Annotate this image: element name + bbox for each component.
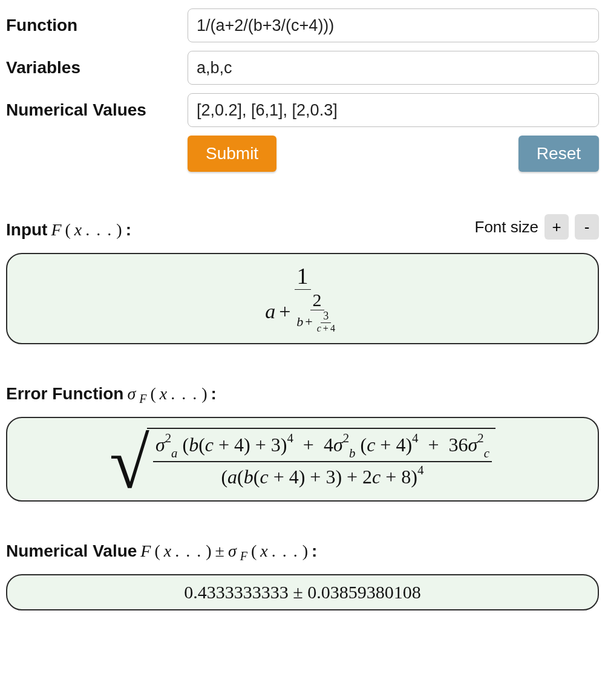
form-row-values: Numerical Values [6, 93, 599, 127]
num-close1: ) [206, 541, 211, 561]
f2-t2-sigma: σ [333, 434, 343, 456]
f2-t2-plus: + [380, 434, 391, 456]
f2-plusB: + [428, 434, 439, 456]
f2-t2-pow: 4 [412, 431, 418, 445]
error-prefix: Error Function [6, 384, 123, 404]
num-open2: ( [251, 541, 257, 561]
f2d-3: 3 [325, 466, 335, 488]
f2-t1-open: ( [183, 434, 189, 456]
num-sigma: σ [228, 541, 237, 561]
values-label: Numerical Values [6, 100, 188, 120]
error-x: x [160, 384, 167, 404]
form-row-function: Function [6, 8, 599, 42]
f2-t2-4: 4 [324, 434, 333, 456]
f2-t1-sigma: σ [155, 434, 165, 456]
f2d-close: ) [411, 466, 417, 488]
variables-input[interactable] [188, 51, 599, 85]
form-row-variables: Variables [6, 51, 599, 85]
f2-t2-sub: b [349, 446, 355, 460]
panel-numerical-value: 0.4333333333 ± 0.03859380108 [6, 574, 599, 610]
f2d-plus4: + [385, 466, 396, 488]
input-math-dots: . . . [85, 220, 113, 240]
variables-label: Variables [6, 58, 188, 77]
f2-t1-plus2: + [255, 434, 266, 456]
error-open: ( [150, 384, 155, 404]
f2d-pow: 4 [417, 463, 424, 477]
section-label-error: Error Function σF ( x . . . ) : [6, 384, 217, 404]
f2-t1-close: ) [281, 434, 287, 456]
num-pm: ± [215, 541, 224, 561]
error-close: ) [201, 384, 207, 404]
f2-t1-4: 4 [234, 434, 244, 456]
f2d-plus3: + [347, 466, 358, 488]
result-value: 0.4333333333 [184, 582, 289, 603]
f2-t1-plus: + [218, 434, 229, 456]
section-head-error: Error Function σF ( x . . . ) : [6, 384, 599, 404]
f2-t1-sub: a [171, 446, 177, 460]
f2-t2-c: c [367, 434, 375, 456]
function-input[interactable] [188, 8, 599, 42]
f2d-close2: ) [335, 466, 342, 488]
section-label-input: Input F ( x . . . ) : [6, 220, 131, 240]
f2-t1-close2: ) [244, 434, 250, 456]
values-input[interactable] [188, 93, 599, 127]
error-sub-F: F [139, 392, 146, 406]
submit-button[interactable]: Submit [188, 136, 276, 172]
error-colon: : [211, 384, 217, 404]
f1-c: c [317, 323, 321, 334]
f2d-c: c [260, 466, 268, 488]
f2-t1-b: b [189, 434, 198, 456]
function-label: Function [6, 16, 188, 35]
f1-a: a [265, 300, 275, 322]
input-prefix: Input [6, 220, 47, 240]
result-pm: ± [293, 582, 302, 603]
result-error: 0.03859380108 [307, 582, 421, 603]
num-sub-F: F [240, 549, 247, 563]
numerical-colon: : [312, 541, 317, 561]
f2-t1-open2: ( [198, 434, 205, 456]
num-x1: x [164, 541, 171, 561]
formula-error: √ σ2a (b(c + 4) + 3)4 + 4σ2b (c + 4)4 + … [110, 428, 495, 491]
button-row: Submit Reset [6, 136, 599, 172]
f2d-2: 2 [362, 466, 372, 488]
f1-num: 1 [295, 264, 311, 290]
f1-three: 3 [321, 310, 331, 323]
f2d-b: b [244, 466, 253, 488]
error-sigma: σ [127, 384, 136, 404]
input-colon: : [126, 220, 131, 240]
section-head-input: Input F ( x . . . ) : Font size + - [6, 214, 599, 240]
error-dots: . . . [171, 384, 198, 404]
f2d-plus2: + [310, 466, 321, 488]
f2-t1-3: 3 [271, 434, 281, 456]
f2-t3-36: 36 [449, 434, 468, 456]
panel-error-formula: √ σ2a (b(c + 4) + 3)4 + 4σ2b (c + 4)4 + … [6, 417, 599, 502]
f2-t1-c: c [205, 434, 214, 456]
section-head-numerical: Numerical Value F ( x . . . ) ± σF ( x .… [6, 541, 599, 561]
f1-four: 4 [330, 323, 335, 334]
f2-t2-fr4: 4 [396, 434, 405, 456]
font-size-plus-button[interactable]: + [544, 214, 569, 240]
reset-button[interactable]: Reset [518, 136, 599, 172]
form-area: Function Variables Numerical Values Subm… [6, 8, 599, 172]
f2-t2-close: ) [405, 434, 412, 456]
f2-plusA: + [303, 434, 314, 456]
f2-t2-open: ( [360, 434, 367, 456]
f2d-open: ( [221, 466, 227, 488]
f2d-plus1: + [273, 466, 284, 488]
f2d-close3: ) [299, 466, 306, 488]
section-label-numerical: Numerical Value F ( x . . . ) ± σF ( x .… [6, 541, 317, 561]
font-size-minus-button[interactable]: - [575, 214, 599, 240]
input-math-close: ) [116, 220, 122, 240]
f1-plus2: + [305, 315, 312, 329]
sqrt-icon: √ [110, 435, 149, 492]
f2d-a: a [227, 466, 237, 488]
numerical-prefix: Numerical Value [6, 541, 137, 561]
font-size-controls: Font size + - [475, 214, 600, 240]
f1-two: 2 [310, 290, 324, 310]
num-dots2: . . . [272, 541, 299, 561]
num-dots1: . . . [175, 541, 202, 561]
f1-plus1: + [279, 300, 290, 322]
f2-t3-sigma: σ [468, 434, 478, 456]
f2-t3-sub: c [484, 446, 489, 460]
input-math-F: F [51, 220, 61, 240]
